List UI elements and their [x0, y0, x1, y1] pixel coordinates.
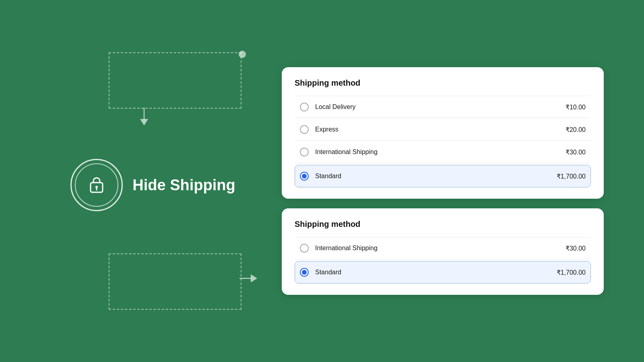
left-side: Hide Shipping — [40, 20, 266, 342]
label-standard: Standard — [315, 173, 341, 180]
dashed-rect-top — [109, 52, 242, 109]
card1-options: Local Delivery ₹10.00 Express ₹20.00 — [295, 96, 591, 187]
price-standard-2: ₹1,700.00 — [557, 269, 586, 276]
price-local: ₹10.00 — [566, 103, 586, 111]
price-international: ₹30.00 — [566, 148, 586, 156]
radio-standard[interactable] — [300, 172, 309, 181]
label-standard-2: Standard — [315, 269, 341, 276]
radio-international-2[interactable] — [300, 244, 309, 253]
bag-icon — [85, 174, 108, 196]
radio-international[interactable] — [300, 148, 309, 156]
main-container: Hide Shipping Shipping method Local Deli… — [40, 20, 604, 342]
dashed-rect-bottom — [109, 253, 242, 310]
svg-marker-6 — [251, 274, 257, 282]
shipping-card-1: Shipping method Local Delivery ₹10.00 Ex… — [282, 67, 604, 199]
svg-marker-1 — [140, 119, 148, 125]
option-local-delivery[interactable]: Local Delivery ₹10.00 — [295, 96, 591, 118]
option-standard-2[interactable]: Standard ₹1,700.00 — [295, 261, 591, 284]
dot-top-right — [239, 51, 246, 58]
right-side: Shipping method Local Delivery ₹10.00 Ex… — [266, 67, 604, 295]
radio-standard-2[interactable] — [300, 268, 309, 277]
label-local: Local Delivery — [315, 103, 355, 111]
price-international-2: ₹30.00 — [566, 245, 586, 252]
label-international: International Shipping — [315, 148, 378, 156]
radio-express[interactable] — [300, 125, 309, 134]
card1-title: Shipping method — [295, 78, 591, 88]
card2-options: International Shipping ₹30.00 Standard ₹… — [295, 237, 591, 284]
arrow-right — [239, 271, 257, 287]
shipping-card-2: Shipping method International Shipping ₹… — [282, 208, 604, 295]
price-express: ₹20.00 — [566, 126, 586, 134]
radio-local[interactable] — [300, 103, 309, 111]
label-express: Express — [315, 126, 339, 133]
option-international-2[interactable]: International Shipping ₹30.00 — [295, 237, 591, 259]
option-standard[interactable]: Standard ₹1,700.00 — [295, 165, 591, 187]
app-title: Hide Shipping — [132, 177, 235, 194]
option-international[interactable]: International Shipping ₹30.00 — [295, 141, 591, 163]
card2-title: Shipping method — [295, 220, 591, 229]
logo-inner-circle — [75, 163, 118, 207]
logo-circle — [70, 159, 123, 211]
logo-area: Hide Shipping — [70, 159, 235, 211]
option-express[interactable]: Express ₹20.00 — [295, 118, 591, 141]
arrow-down — [137, 108, 151, 127]
price-standard: ₹1,700.00 — [557, 173, 586, 180]
label-international-2: International Shipping — [315, 245, 378, 252]
